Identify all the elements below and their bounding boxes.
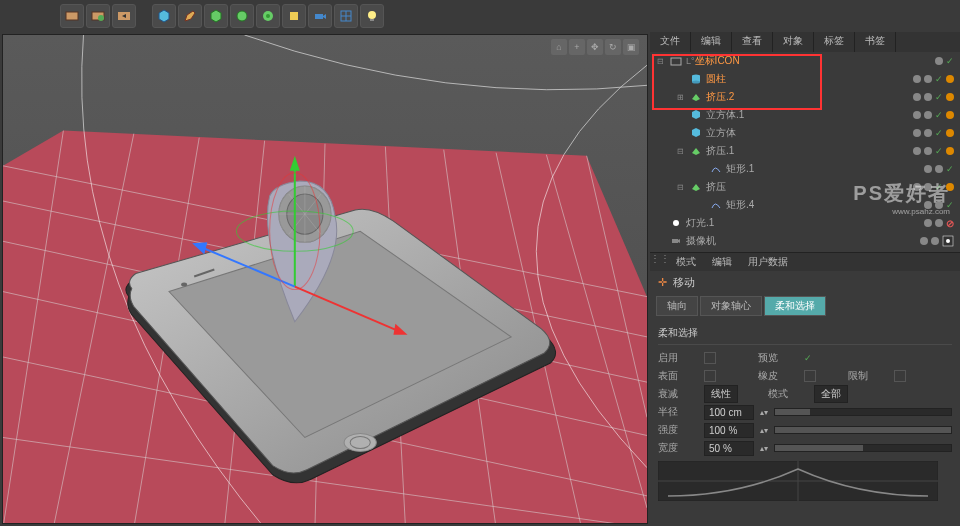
expand-icon[interactable]: ⊟ bbox=[674, 181, 686, 193]
tree-label: 坐标ICON bbox=[695, 54, 935, 68]
radius-input[interactable] bbox=[704, 405, 754, 420]
tree-label: 立方体.1 bbox=[706, 108, 913, 122]
spline-icon bbox=[709, 198, 723, 212]
radius-slider[interactable] bbox=[774, 408, 952, 416]
viewport-pan-icon[interactable]: ✥ bbox=[587, 39, 603, 55]
camera-icon bbox=[669, 234, 683, 248]
enable-checkbox[interactable] bbox=[704, 352, 716, 364]
svg-point-54 bbox=[673, 220, 679, 226]
svg-point-34 bbox=[181, 283, 187, 287]
attr-tab-userdata[interactable]: 用户数据 bbox=[740, 253, 796, 271]
svg-point-4 bbox=[237, 11, 247, 21]
scene-btn[interactable] bbox=[256, 4, 280, 28]
width-input[interactable] bbox=[704, 441, 754, 456]
svg-point-57 bbox=[946, 239, 950, 243]
svg-rect-7 bbox=[290, 12, 298, 20]
light-icon bbox=[669, 216, 683, 230]
tree-row-light[interactable]: 灯光 ✓ bbox=[650, 250, 960, 252]
enable-label: 启用 bbox=[658, 351, 698, 365]
svg-point-2 bbox=[98, 15, 104, 21]
viewport-rotate-icon[interactable]: ↻ bbox=[605, 39, 621, 55]
attr-tab-mode[interactable]: 模式 bbox=[668, 253, 704, 271]
render-region-btn[interactable] bbox=[86, 4, 110, 28]
tree-row-cube[interactable]: 立方体 ✓ bbox=[650, 124, 960, 142]
strength-label: 强度 bbox=[658, 423, 698, 437]
rubber-checkbox[interactable] bbox=[804, 370, 816, 382]
mode-label: 模式 bbox=[768, 387, 808, 401]
expand-icon bbox=[674, 73, 686, 85]
tree-row-extrude2[interactable]: ⊞ 挤压.2 ✓ bbox=[650, 88, 960, 106]
sub-tab-axis[interactable]: 轴向 bbox=[656, 296, 698, 316]
obj-tab-file[interactable]: 文件 bbox=[650, 32, 691, 52]
viewport-full-icon[interactable]: ▣ bbox=[623, 39, 639, 55]
viewport[interactable]: ⌂ + ✥ ↻ ▣ bbox=[2, 34, 648, 524]
grid-btn[interactable] bbox=[334, 4, 358, 28]
mode-dropdown[interactable]: 全部 bbox=[814, 385, 848, 403]
obj-tab-tags[interactable]: 标签 bbox=[814, 32, 855, 52]
cube-icon bbox=[689, 126, 703, 140]
attr-sub-tabs: 轴向 对象轴心 柔和选择 bbox=[650, 294, 960, 318]
viewport-zoom-icon[interactable]: + bbox=[569, 39, 585, 55]
null-icon bbox=[669, 54, 683, 68]
obj-tab-edit[interactable]: 编辑 bbox=[691, 32, 732, 52]
tree-row-cylinder[interactable]: 圆柱 ✓ bbox=[650, 70, 960, 88]
attr-tab-edit[interactable]: 编辑 bbox=[704, 253, 740, 271]
tree-label: 挤压.1 bbox=[706, 144, 913, 158]
obj-tab-bookmarks[interactable]: 书签 bbox=[855, 32, 896, 52]
limit-checkbox[interactable] bbox=[894, 370, 906, 382]
tree-label: 圆柱 bbox=[706, 72, 913, 86]
render-btn[interactable] bbox=[60, 4, 84, 28]
viewport-home-icon[interactable]: ⌂ bbox=[551, 39, 567, 55]
camera-btn[interactable] bbox=[308, 4, 332, 28]
svg-rect-0 bbox=[66, 12, 78, 20]
tree-label: 灯光.1 bbox=[686, 216, 924, 230]
deformer-btn[interactable] bbox=[204, 4, 228, 28]
tree-row-light1[interactable]: 灯光.1 ⊘ bbox=[650, 214, 960, 232]
cube-btn[interactable] bbox=[152, 4, 176, 28]
strength-input[interactable] bbox=[704, 423, 754, 438]
tree-row-rect1[interactable]: 矩形.1 ✓ bbox=[650, 160, 960, 178]
falloff-curve[interactable] bbox=[658, 461, 938, 501]
width-label: 宽度 bbox=[658, 441, 698, 455]
pen-btn[interactable] bbox=[178, 4, 202, 28]
watermark-text: PS爱好者 bbox=[853, 180, 950, 207]
svg-point-12 bbox=[368, 11, 376, 19]
sub-tab-objectaxis[interactable]: 对象轴心 bbox=[700, 296, 762, 316]
sub-tab-softselect[interactable]: 柔和选择 bbox=[764, 296, 826, 316]
viewport-controls: ⌂ + ✥ ↻ ▣ bbox=[551, 39, 639, 55]
preview-checkbox[interactable]: ✓ bbox=[804, 353, 812, 363]
watermark: PS爱好者 www.psahz.com bbox=[853, 180, 950, 216]
svg-rect-13 bbox=[370, 19, 374, 21]
radius-label: 半径 bbox=[658, 405, 698, 419]
svg-rect-55 bbox=[672, 239, 678, 243]
width-slider[interactable] bbox=[774, 444, 952, 452]
strength-slider[interactable] bbox=[774, 426, 952, 434]
right-panel: 文件 编辑 查看 对象 标签 书签 ⊟ L° 坐标ICON ✓ 圆柱 ✓ bbox=[650, 32, 960, 526]
expand-icon[interactable]: ⊞ bbox=[674, 91, 686, 103]
obj-tab-view[interactable]: 查看 bbox=[732, 32, 773, 52]
render-settings-btn[interactable] bbox=[112, 4, 136, 28]
extrude-icon bbox=[689, 144, 703, 158]
svg-rect-8 bbox=[315, 14, 323, 19]
svg-point-6 bbox=[266, 14, 270, 18]
surface-label: 表面 bbox=[658, 369, 698, 383]
object-manager[interactable]: ⊟ L° 坐标ICON ✓ 圆柱 ✓ ⊞ 挤压.2 ✓ 立方体. bbox=[650, 52, 960, 252]
extrude-icon bbox=[689, 90, 703, 104]
light-btn[interactable] bbox=[282, 4, 306, 28]
generator-btn[interactable] bbox=[230, 4, 254, 28]
main-toolbar bbox=[0, 0, 960, 32]
object-manager-tabs: 文件 编辑 查看 对象 标签 书签 bbox=[650, 32, 960, 52]
obj-tab-object[interactable]: 对象 bbox=[773, 32, 814, 52]
tree-row-extrude1[interactable]: ⊟ 挤压.1 ✓ bbox=[650, 142, 960, 160]
tree-row-null[interactable]: ⊟ L° 坐标ICON ✓ bbox=[650, 52, 960, 70]
cube-icon bbox=[689, 108, 703, 122]
tree-row-cube1[interactable]: 立方体.1 ✓ bbox=[650, 106, 960, 124]
expand-icon[interactable]: ⊟ bbox=[674, 145, 686, 157]
lightbulb-btn[interactable] bbox=[360, 4, 384, 28]
watermark-url: www.psahz.com bbox=[853, 207, 950, 216]
falloff-dropdown[interactable]: 线性 bbox=[704, 385, 738, 403]
surface-checkbox[interactable] bbox=[704, 370, 716, 382]
expand-icon[interactable]: ⊟ bbox=[654, 55, 666, 67]
preview-label: 预览 bbox=[758, 351, 798, 365]
tree-row-camera[interactable]: 摄像机 bbox=[650, 232, 960, 250]
